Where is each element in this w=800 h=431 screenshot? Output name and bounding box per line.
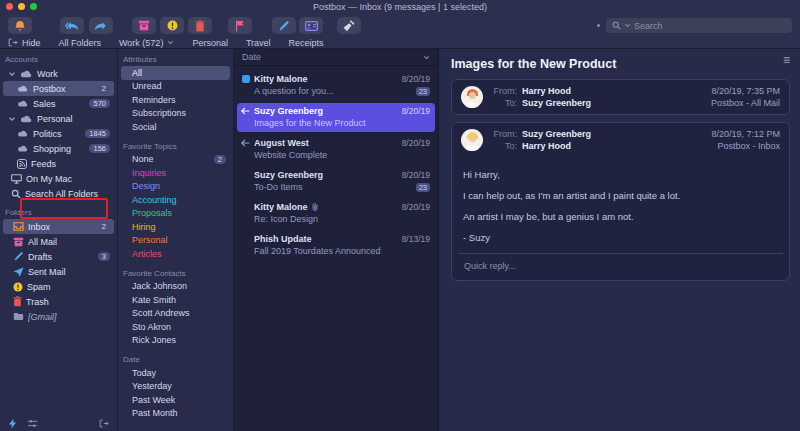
attribute-social[interactable]: Social: [121, 120, 230, 134]
account-on-my-mac[interactable]: On My Mac: [3, 171, 114, 186]
search-input[interactable]: [634, 21, 786, 31]
sweep-button[interactable]: [337, 17, 361, 34]
hide-panel-icon: [8, 38, 18, 47]
disclosure-chevron-icon[interactable]: [8, 70, 16, 78]
topic-inquiries[interactable]: Inquiries: [121, 166, 230, 180]
account-postbox[interactable]: Postbox 2: [3, 81, 114, 96]
reply-all-button[interactable]: [60, 17, 84, 34]
message-row-selected[interactable]: Suzy Greenberg 8/20/19 Images for the Ne…: [237, 103, 435, 132]
topic-design[interactable]: Design: [121, 180, 230, 194]
accounts-sidebar: Accounts Work Postbox 2 Sales 570 Person…: [0, 49, 118, 431]
monitor-icon: [11, 174, 22, 184]
quick-reply-field[interactable]: Quick reply...: [458, 253, 783, 280]
favorite-receipts[interactable]: Receipts: [289, 38, 324, 48]
topic-personal[interactable]: Personal: [121, 234, 230, 248]
favorite-personal[interactable]: Personal: [192, 38, 228, 48]
delete-button[interactable]: [188, 17, 212, 34]
message-datetime: 8/20/19, 7:12 PM: [711, 129, 780, 139]
topic-hiring[interactable]: Hiring: [121, 220, 230, 234]
folder-drafts[interactable]: Drafts 3: [3, 249, 114, 264]
archive-button[interactable]: [132, 17, 156, 34]
account-shopping[interactable]: Shopping 156: [3, 141, 114, 156]
toolbar-overflow-button[interactable]: [597, 24, 600, 27]
forward-button[interactable]: [89, 17, 113, 34]
unread-badge: 1845: [85, 129, 110, 138]
attachment-paperclip-icon: [311, 202, 319, 212]
message-list-sort-header[interactable]: Date: [234, 49, 438, 66]
quick-post-bolt-icon[interactable]: [8, 418, 17, 429]
topic-proposals[interactable]: Proposals: [121, 207, 230, 221]
conversation-title: Images for the New Product: [451, 57, 790, 71]
attribute-reminders[interactable]: Reminders: [121, 93, 230, 107]
contacts-button[interactable]: [299, 17, 323, 34]
message-list: Date Kitty Malone 8/20/19 A question for…: [234, 49, 439, 431]
folder-trash[interactable]: Trash: [3, 294, 114, 309]
account-group-personal[interactable]: Personal: [3, 111, 114, 126]
account-feeds[interactable]: Feeds: [3, 156, 114, 171]
unread-badge: 2: [98, 84, 110, 93]
search-scope-chevron-icon[interactable]: [624, 22, 631, 29]
folder-spam[interactable]: Spam: [3, 279, 114, 294]
topic-none[interactable]: None 2: [121, 153, 230, 167]
chevron-down-icon: [167, 39, 174, 46]
count-badge: 2: [214, 155, 226, 164]
filter-sliders-icon[interactable]: [27, 419, 38, 428]
date-past-week[interactable]: Past Week: [121, 393, 230, 407]
cloud-account-icon: [20, 70, 33, 78]
contact-jack-johnson[interactable]: Jack Johnson: [121, 280, 230, 294]
notifications-button[interactable]: [8, 17, 32, 34]
account-sales[interactable]: Sales 570: [3, 96, 114, 111]
topic-accounting[interactable]: Accounting: [121, 193, 230, 207]
message-card-expanded: From: Suzy Greenberg To: Harry Hood 8/20…: [451, 122, 790, 281]
favorite-topics-header: Favorite Topics: [118, 139, 233, 153]
cloud-account-icon: [17, 85, 29, 92]
account-group-work[interactable]: Work: [3, 66, 114, 81]
folder-icon: [13, 312, 24, 321]
attribute-unread[interactable]: Unread: [121, 80, 230, 94]
search-icon: [11, 189, 21, 199]
pencil-icon: [13, 251, 24, 262]
account-politics[interactable]: Politics 1845: [3, 126, 114, 141]
contact-sto-akron[interactable]: Sto Akron: [121, 320, 230, 334]
sidebar-footer: [0, 415, 117, 431]
favorite-all-folders[interactable]: All Folders: [59, 38, 102, 48]
message-row[interactable]: Kitty Malone 8/20/19 Re: Icon Design: [237, 199, 435, 228]
date-past-month[interactable]: Past Month: [121, 407, 230, 421]
contact-kate-smith[interactable]: Kate Smith: [121, 293, 230, 307]
folder-gmail[interactable]: [Gmail]: [3, 309, 114, 324]
message-row[interactable]: Kitty Malone 8/20/19 A question for you.…: [237, 71, 435, 100]
hide-favorites-button[interactable]: Hide: [8, 38, 41, 48]
unread-badge: 2: [98, 222, 110, 231]
attribute-all[interactable]: All: [121, 66, 230, 80]
folder-all-mail[interactable]: All Mail: [3, 234, 114, 249]
flag-button[interactable]: [228, 17, 252, 34]
topic-articles[interactable]: Articles: [121, 247, 230, 261]
search-field[interactable]: [606, 18, 792, 33]
message-card-collapsed[interactable]: From: Harry Hood To: Suzy Greenberg 8/20…: [451, 79, 790, 115]
disclosure-chevron-icon[interactable]: [8, 115, 16, 123]
sort-chevron-icon: [423, 54, 430, 61]
compose-button[interactable]: [272, 17, 296, 34]
archive-icon: [138, 20, 150, 31]
collapse-sidebar-icon[interactable]: [99, 419, 109, 428]
notifications-bell-icon: [14, 20, 26, 32]
contact-card-icon: [305, 21, 318, 31]
date-today[interactable]: Today: [121, 366, 230, 380]
message-row[interactable]: Suzy Greenberg 8/20/19 To-Do Items 23: [237, 167, 435, 196]
folder-sent-mail[interactable]: Sent Mail: [3, 264, 114, 279]
date-filter-header: Date: [118, 352, 233, 366]
spam-button[interactable]: [160, 17, 184, 34]
folder-inbox[interactable]: Inbox 2: [3, 219, 114, 234]
titlebar: Postbox — Inbox (9 messages | 1 selected…: [0, 0, 800, 14]
favorite-work[interactable]: Work (572): [119, 38, 174, 48]
contact-rick-jones[interactable]: Rick Jones: [121, 334, 230, 348]
favorite-travel[interactable]: Travel: [246, 38, 271, 48]
message-row[interactable]: August West 8/20/19 Website Complete: [237, 135, 435, 164]
hamburger-menu-icon[interactable]: ≡: [783, 55, 790, 65]
message-body: Hi Harry, I can help out, as I'm an arti…: [452, 157, 789, 243]
contact-scott-andrews[interactable]: Scott Andrews: [121, 307, 230, 321]
search-all-folders[interactable]: Search All Folders: [3, 186, 114, 201]
date-yesterday[interactable]: Yesterday: [121, 380, 230, 394]
attribute-subscriptions[interactable]: Subscriptions: [121, 107, 230, 121]
message-row[interactable]: Phish Update 8/13/19 Fall 2019 Tourdates…: [237, 231, 435, 260]
